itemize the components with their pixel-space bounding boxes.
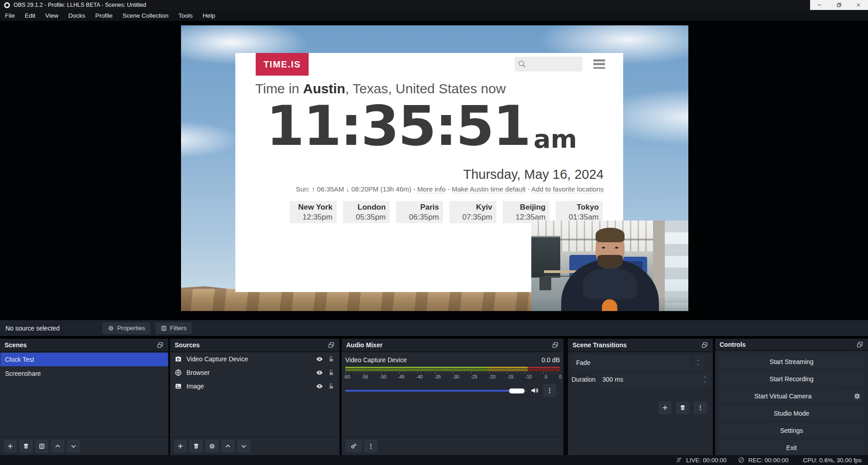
scene-item-clock-test[interactable]: Clock Test (0, 353, 168, 366)
scene-filters-button[interactable] (35, 440, 48, 453)
move-scene-down-button[interactable] (67, 440, 80, 453)
transition-select[interactable]: Fade (572, 355, 704, 370)
duration-input[interactable]: 300 ms (598, 373, 710, 386)
menu-file[interactable]: File (0, 10, 20, 21)
sun-info: Sun: ↑ 06:35AM ↓ 08:20PM (13h 46m) - Mor… (296, 185, 604, 193)
cpu-fps-status: CPU: 0.6%, 30.00 fps (803, 457, 862, 464)
restore-button[interactable] (833, 0, 845, 10)
popout-icon[interactable] (701, 341, 709, 349)
menu-help[interactable]: Help (198, 10, 220, 21)
sources-dock: Sources Video Capture Device Browser (170, 339, 339, 455)
globe-icon (175, 369, 182, 376)
source-row-video-capture[interactable]: Video Capture Device (170, 352, 339, 366)
duration-row: Duration 300 ms (572, 373, 710, 386)
filters-button[interactable]: Filters (155, 322, 192, 334)
popout-icon[interactable] (551, 341, 559, 349)
rec-status: REC: 00:00:00 (738, 456, 789, 464)
menu-edit[interactable]: Edit (20, 10, 40, 21)
start-streaming-button[interactable]: Start Streaming (719, 354, 864, 369)
menu-profile[interactable]: Profile (91, 10, 118, 21)
audio-mixer-header: Audio Mixer (342, 339, 563, 352)
city-card-tokyo[interactable]: Tokyo01:35am (556, 201, 603, 223)
audio-mixer-dock: Audio Mixer Video Capture Device 0.0 dB … (342, 339, 563, 455)
volume-slider-handle[interactable] (509, 388, 525, 393)
move-source-down-button[interactable] (237, 440, 250, 453)
add-source-button[interactable] (174, 440, 187, 453)
transition-options-button[interactable] (694, 401, 707, 414)
visibility-eye-icon[interactable] (316, 383, 323, 390)
advanced-audio-button[interactable] (345, 440, 362, 453)
gear-icon (108, 325, 114, 331)
person-beard (597, 255, 623, 268)
image-icon (175, 383, 182, 390)
lock-icon[interactable] (328, 355, 335, 363)
exit-button[interactable]: Exit (719, 440, 864, 455)
source-row-browser[interactable]: Browser (170, 366, 339, 379)
dock-area: Scenes Clock Test Screenshare Sources (0, 339, 868, 455)
add-transition-button[interactable] (658, 401, 672, 414)
more-info-link[interactable]: More info (417, 185, 446, 193)
close-button[interactable] (853, 0, 864, 10)
remove-scene-button[interactable] (19, 440, 33, 453)
timeis-logo[interactable]: TIME.IS (256, 53, 309, 76)
volume-slider[interactable] (345, 388, 526, 393)
window-title: OBS 29.1.2 - Profile: LLHLS BETA - Scene… (14, 2, 146, 8)
source-properties-button[interactable] (205, 440, 219, 453)
window-controls (810, 0, 868, 10)
visibility-eye-icon[interactable] (316, 369, 323, 376)
menu-docks[interactable]: Docks (63, 10, 91, 21)
popout-icon[interactable] (856, 341, 864, 348)
source-row-image[interactable]: Image (170, 379, 339, 393)
duration-spinner[interactable] (702, 373, 707, 386)
program-preview[interactable]: TIME.IS Time in Austin, Texas, United St… (181, 25, 688, 311)
sources-toolbar (170, 437, 339, 455)
duration-label: Duration (572, 376, 598, 383)
controls-header: Controls (715, 339, 868, 351)
settings-button[interactable]: Settings (719, 423, 864, 438)
scene-item-screenshare[interactable]: Screenshare (0, 367, 168, 380)
favorites-link[interactable]: Add to favorite locations (531, 185, 604, 193)
remove-transition-button[interactable] (676, 401, 689, 414)
remove-source-button[interactable] (190, 440, 203, 453)
lock-icon[interactable] (328, 383, 335, 390)
city-card-london[interactable]: London05:35pm (343, 201, 390, 223)
minimize-button[interactable] (814, 0, 825, 10)
no-source-label: No source selected (5, 325, 94, 332)
mixer-toolbar (342, 437, 563, 455)
city-card-newyork[interactable]: New York12:35pm (290, 201, 337, 223)
menu-scene-collection[interactable]: Scene Collection (118, 10, 173, 21)
mixer-channel-row: Video Capture Device 0.0 dB (342, 352, 563, 365)
menu-view[interactable]: View (40, 10, 63, 21)
city-card-beijing[interactable]: Beijing12:35am (503, 201, 550, 223)
visibility-eye-icon[interactable] (316, 355, 323, 363)
add-scene-button[interactable] (4, 440, 17, 453)
title-bar: OBS 29.1.2 - Profile: LLHLS BETA - Scene… (0, 0, 868, 10)
office-chair (539, 277, 551, 290)
city-card-kyiv[interactable]: Kyiv07:35pm (449, 201, 496, 223)
popout-icon[interactable] (156, 341, 164, 349)
obs-logo-icon (4, 2, 10, 8)
record-offline-icon (738, 456, 745, 464)
world-cities-row: New York12:35pm London05:35pm Paris06:35… (290, 201, 603, 223)
preview-viewport: TIME.IS Time in Austin, Texas, United St… (0, 21, 868, 320)
channel-options-button[interactable] (543, 384, 556, 397)
start-recording-button[interactable]: Start Recording (719, 371, 864, 386)
camera-icon (175, 355, 182, 363)
move-source-up-button[interactable] (221, 440, 234, 453)
status-bar: LIVE: 00:00:00 REC: 00:00:00 CPU: 0.6%, … (0, 455, 868, 465)
person-head (596, 230, 625, 268)
make-default-link[interactable]: Make Austin time default (452, 185, 525, 193)
studio-mode-button[interactable]: Studio Mode (719, 406, 864, 421)
hamburger-menu-icon[interactable] (593, 59, 605, 69)
mixer-options-button[interactable] (364, 440, 377, 453)
scenes-dock: Scenes Clock Test Screenshare (0, 339, 168, 455)
menu-tools[interactable]: Tools (173, 10, 198, 21)
popout-icon[interactable] (327, 341, 335, 349)
properties-button[interactable]: Properties (102, 322, 151, 334)
virtual-camera-config-button[interactable] (849, 388, 864, 403)
city-card-paris[interactable]: Paris06:35pm (396, 201, 443, 223)
lock-icon[interactable] (328, 369, 335, 376)
move-scene-up-button[interactable] (51, 440, 64, 453)
speaker-icon[interactable] (530, 386, 539, 395)
start-virtual-camera-button[interactable]: Start Virtual Camera (719, 388, 847, 403)
